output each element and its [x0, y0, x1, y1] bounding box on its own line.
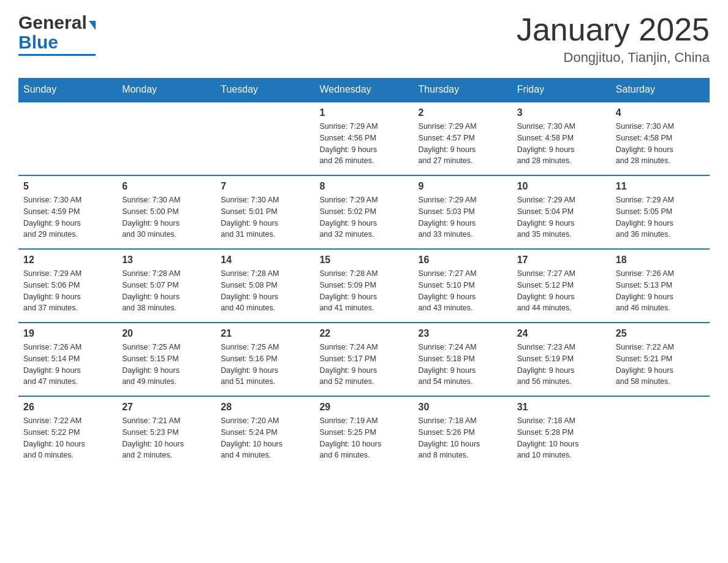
day-info: Sunrise: 7:30 AM Sunset: 4:58 PM Dayligh… [616, 121, 705, 167]
calendar-cell: 12Sunrise: 7:29 AM Sunset: 5:06 PM Dayli… [18, 249, 117, 323]
calendar-cell: 17Sunrise: 7:27 AM Sunset: 5:12 PM Dayli… [512, 249, 611, 323]
day-info: Sunrise: 7:29 AM Sunset: 5:04 PM Dayligh… [517, 194, 606, 240]
day-info: Sunrise: 7:30 AM Sunset: 5:01 PM Dayligh… [221, 194, 309, 240]
day-info: Sunrise: 7:24 AM Sunset: 5:18 PM Dayligh… [419, 342, 507, 388]
day-info: Sunrise: 7:18 AM Sunset: 5:26 PM Dayligh… [419, 415, 507, 461]
calendar-cell: 16Sunrise: 7:27 AM Sunset: 5:10 PM Dayli… [414, 249, 512, 323]
day-info: Sunrise: 7:18 AM Sunset: 5:28 PM Dayligh… [517, 415, 606, 461]
day-info: Sunrise: 7:30 AM Sunset: 5:00 PM Dayligh… [122, 194, 211, 240]
day-number: 14 [221, 255, 309, 266]
week-row-4: 19Sunrise: 7:26 AM Sunset: 5:14 PM Dayli… [18, 323, 710, 396]
day-number: 10 [517, 181, 606, 192]
calendar-header: SundayMondayTuesdayWednesdayThursdayFrid… [18, 78, 710, 102]
day-number: 3 [517, 107, 606, 118]
day-number: 25 [616, 328, 705, 339]
calendar-cell: 4Sunrise: 7:30 AM Sunset: 4:58 PM Daylig… [611, 102, 710, 175]
location-subtitle: Dongjituo, Tianjin, China [517, 50, 710, 66]
calendar-cell: 27Sunrise: 7:21 AM Sunset: 5:23 PM Dayli… [117, 396, 216, 470]
day-number: 18 [616, 255, 705, 266]
calendar-cell: 13Sunrise: 7:28 AM Sunset: 5:07 PM Dayli… [117, 249, 216, 323]
calendar-cell: 21Sunrise: 7:25 AM Sunset: 5:16 PM Dayli… [216, 323, 314, 396]
day-number: 21 [221, 328, 309, 339]
day-number: 31 [517, 402, 606, 413]
day-info: Sunrise: 7:26 AM Sunset: 5:13 PM Dayligh… [616, 268, 705, 314]
day-number: 9 [419, 181, 507, 192]
calendar-cell [18, 102, 117, 175]
calendar-cell: 2Sunrise: 7:29 AM Sunset: 4:57 PM Daylig… [414, 102, 512, 175]
day-info: Sunrise: 7:28 AM Sunset: 5:09 PM Dayligh… [319, 268, 408, 314]
day-info: Sunrise: 7:29 AM Sunset: 5:03 PM Dayligh… [419, 194, 507, 240]
calendar-cell: 24Sunrise: 7:23 AM Sunset: 5:19 PM Dayli… [512, 323, 611, 396]
day-number: 7 [221, 181, 309, 192]
page-header: General Blue January 2025 Dongjituo, Tia… [18, 12, 710, 66]
calendar-cell: 15Sunrise: 7:28 AM Sunset: 5:09 PM Dayli… [314, 249, 413, 323]
week-row-1: 1Sunrise: 7:29 AM Sunset: 4:56 PM Daylig… [18, 102, 710, 175]
logo-blue-text: Blue [18, 32, 96, 53]
calendar-cell: 9Sunrise: 7:29 AM Sunset: 5:03 PM Daylig… [414, 175, 512, 249]
header-day-wednesday: Wednesday [314, 78, 413, 102]
calendar-cell: 14Sunrise: 7:28 AM Sunset: 5:08 PM Dayli… [216, 249, 314, 323]
day-number: 4 [616, 107, 705, 118]
calendar-cell: 7Sunrise: 7:30 AM Sunset: 5:01 PM Daylig… [216, 175, 314, 249]
calendar-cell: 22Sunrise: 7:24 AM Sunset: 5:17 PM Dayli… [314, 323, 413, 396]
calendar-cell: 8Sunrise: 7:29 AM Sunset: 5:02 PM Daylig… [314, 175, 413, 249]
day-info: Sunrise: 7:19 AM Sunset: 5:25 PM Dayligh… [319, 415, 408, 461]
day-info: Sunrise: 7:29 AM Sunset: 5:02 PM Dayligh… [319, 194, 408, 240]
day-number: 19 [23, 328, 112, 339]
header-row: SundayMondayTuesdayWednesdayThursdayFrid… [18, 78, 710, 102]
day-info: Sunrise: 7:25 AM Sunset: 5:15 PM Dayligh… [122, 342, 211, 388]
day-number: 27 [122, 402, 211, 413]
week-row-2: 5Sunrise: 7:30 AM Sunset: 4:59 PM Daylig… [18, 175, 710, 249]
calendar-cell: 19Sunrise: 7:26 AM Sunset: 5:14 PM Dayli… [18, 323, 117, 396]
header-day-monday: Monday [117, 78, 216, 102]
day-number: 17 [517, 255, 606, 266]
day-info: Sunrise: 7:25 AM Sunset: 5:16 PM Dayligh… [221, 342, 309, 388]
day-info: Sunrise: 7:28 AM Sunset: 5:07 PM Dayligh… [122, 268, 211, 314]
calendar-cell: 23Sunrise: 7:24 AM Sunset: 5:18 PM Dayli… [414, 323, 512, 396]
calendar-cell: 11Sunrise: 7:29 AM Sunset: 5:05 PM Dayli… [611, 175, 710, 249]
day-number: 15 [319, 255, 408, 266]
header-day-sunday: Sunday [18, 78, 117, 102]
calendar-cell: 18Sunrise: 7:26 AM Sunset: 5:13 PM Dayli… [611, 249, 710, 323]
week-row-3: 12Sunrise: 7:29 AM Sunset: 5:06 PM Dayli… [18, 249, 710, 323]
calendar-cell: 30Sunrise: 7:18 AM Sunset: 5:26 PM Dayli… [414, 396, 512, 470]
calendar-cell: 3Sunrise: 7:30 AM Sunset: 4:58 PM Daylig… [512, 102, 611, 175]
calendar-cell: 20Sunrise: 7:25 AM Sunset: 5:15 PM Dayli… [117, 323, 216, 396]
day-info: Sunrise: 7:22 AM Sunset: 5:21 PM Dayligh… [616, 342, 705, 388]
day-number: 12 [23, 255, 112, 266]
header-day-friday: Friday [512, 78, 611, 102]
day-info: Sunrise: 7:24 AM Sunset: 5:17 PM Dayligh… [319, 342, 408, 388]
day-number: 20 [122, 328, 211, 339]
day-info: Sunrise: 7:27 AM Sunset: 5:12 PM Dayligh… [517, 268, 606, 314]
calendar-cell [216, 102, 314, 175]
day-info: Sunrise: 7:26 AM Sunset: 5:14 PM Dayligh… [23, 342, 112, 388]
day-info: Sunrise: 7:21 AM Sunset: 5:23 PM Dayligh… [122, 415, 211, 461]
day-number: 6 [122, 181, 211, 192]
day-number: 1 [319, 107, 408, 118]
day-info: Sunrise: 7:27 AM Sunset: 5:10 PM Dayligh… [419, 268, 507, 314]
day-info: Sunrise: 7:29 AM Sunset: 5:05 PM Dayligh… [616, 194, 705, 240]
calendar-cell [117, 102, 216, 175]
calendar-body: 1Sunrise: 7:29 AM Sunset: 4:56 PM Daylig… [18, 102, 710, 470]
week-row-5: 26Sunrise: 7:22 AM Sunset: 5:22 PM Dayli… [18, 396, 710, 470]
day-info: Sunrise: 7:20 AM Sunset: 5:24 PM Dayligh… [221, 415, 309, 461]
day-info: Sunrise: 7:23 AM Sunset: 5:19 PM Dayligh… [517, 342, 606, 388]
day-number: 29 [319, 402, 408, 413]
day-info: Sunrise: 7:29 AM Sunset: 4:57 PM Dayligh… [419, 121, 507, 167]
day-number: 2 [419, 107, 507, 118]
calendar-cell [611, 396, 710, 470]
header-day-thursday: Thursday [414, 78, 512, 102]
day-info: Sunrise: 7:29 AM Sunset: 4:56 PM Dayligh… [319, 121, 408, 167]
day-info: Sunrise: 7:29 AM Sunset: 5:06 PM Dayligh… [23, 268, 112, 314]
calendar-cell: 5Sunrise: 7:30 AM Sunset: 4:59 PM Daylig… [18, 175, 117, 249]
day-number: 16 [419, 255, 507, 266]
day-number: 5 [23, 181, 112, 192]
calendar-cell: 29Sunrise: 7:19 AM Sunset: 5:25 PM Dayli… [314, 396, 413, 470]
day-info: Sunrise: 7:28 AM Sunset: 5:08 PM Dayligh… [221, 268, 309, 314]
day-number: 22 [319, 328, 408, 339]
calendar-table: SundayMondayTuesdayWednesdayThursdayFrid… [18, 78, 710, 470]
calendar-cell: 10Sunrise: 7:29 AM Sunset: 5:04 PM Dayli… [512, 175, 611, 249]
title-section: January 2025 Dongjituo, Tianjin, China [517, 12, 710, 66]
day-number: 8 [319, 181, 408, 192]
logo-underline [18, 54, 96, 56]
